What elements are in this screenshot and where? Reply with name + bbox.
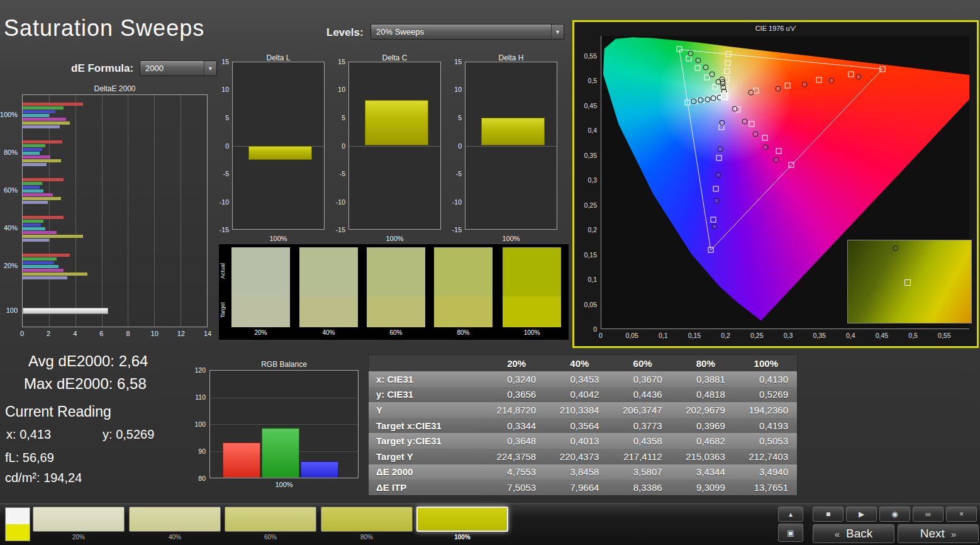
delta-l-plot [232,62,325,230]
play-button[interactable]: ▶ [846,507,877,522]
deltae2000-xaxis: 02468101214 [22,330,208,339]
deltae2000-x-tick-label: 6 [99,330,103,337]
table-row-label: x: CIE31 [369,374,482,385]
cie-measurement-marker [716,172,721,177]
back-button[interactable]: « Back [813,524,894,543]
delta-c-chart: Delta C 151050-5-10-15 100% [335,53,442,245]
continuous-button[interactable]: ∞ [913,507,944,522]
rgb-plot [209,370,359,478]
comparison-swatch [503,247,561,327]
cie-x-tick-label: 0,05 [625,332,638,339]
table-cell: 0,5053 [734,435,797,446]
table-row-label: ΔE ITP [369,482,482,493]
table-cell: 3,4940 [734,466,797,477]
pattern-swatch-label: 60% [225,534,316,541]
pattern-swatch-80%[interactable]: 80% [321,507,413,543]
avg-de2000-label: Avg dE2000: [28,352,114,369]
chevron-down-icon: ▼ [204,61,216,76]
deltae2000-x-tick-label: 0 [20,330,24,337]
delta-c-y-tick-label: 10 [338,86,345,93]
pattern-swatch-100%[interactable]: 100% [416,507,508,543]
cie-measurement-marker [748,89,754,95]
deltae2000-bar [23,163,47,166]
reading-y-value: 0,5269 [116,427,154,441]
table-cell: 0,3773 [608,420,671,431]
rgb-bar-green [262,428,299,478]
deltae2000-bar [23,178,64,181]
deltae2000-bar [23,220,43,223]
levels-dropdown-value: 20% Sweeps [371,27,551,37]
table-row: ΔE ITP7,50537,96648,33869,309913,7651 [369,480,797,495]
cie-target-marker [753,88,759,94]
cie-x-tick-label: 0,15 [688,332,701,339]
cie-measurement-marker [828,77,834,83]
table-header-row: 20%40%60%80%100% [369,355,797,371]
target-color-swatch [434,296,493,327]
chevron-down-icon: ▼ [551,25,564,39]
delta-h-y-tick-label: -10 [452,198,462,206]
max-de2000-label: Max dE2000: [24,375,113,392]
pattern-window-button[interactable]: ▣ [778,524,803,542]
pattern-swatch-40%[interactable]: 40% [129,507,221,543]
delta-h-chart: Delta H 151050-5-10-15 100% [451,53,558,245]
table-cell: 224,3758 [482,451,545,462]
rgb-y-tick-label: 100 [194,420,206,428]
rgb-y-tick-label: 120 [194,366,206,374]
deltae2000-bar [23,235,83,238]
deltae2000-bar [23,197,61,200]
deltae2000-bar [23,272,87,276]
avg-de2000-value: 2,64 [119,352,148,369]
table-row-label: ΔE 2000 [369,466,482,477]
pattern-swatch-color [33,507,125,532]
next-button[interactable]: Next » [898,524,979,543]
table-cell: 0,3344 [482,420,545,431]
rgb-y-tick-label: 90 [198,447,206,455]
rgb-bar-blue [301,461,338,478]
de-formula-dropdown[interactable]: 2000 ▼ [140,60,217,76]
rgb-balance-title: RGB Balance [209,360,359,369]
stop-button[interactable]: ■ [813,507,844,522]
reading-y: y: 0,5269 [103,427,154,442]
cie-zoom-inset [847,240,972,323]
cie-x-tick-label: 0,25 [750,332,763,339]
table-cell: 0,3670 [608,374,671,385]
deltae2000-bar [23,265,58,268]
meter-button[interactable]: ◉ [879,507,910,522]
pattern-swatch-20%[interactable]: 20% [33,507,125,543]
close-button[interactable]: × [946,507,977,522]
deltae2000-bar [23,125,60,128]
comparison-swatches: 20%40%60%80%100% [219,244,569,340]
cie-target-marker [713,84,718,90]
delta-c-y-tick-label: -10 [336,198,345,206]
delta-h-y-tick-label: -5 [456,170,462,177]
reading-cdm2: cd/m²: 194,24 [5,471,82,485]
pattern-swatch-60%[interactable]: 60% [225,507,316,543]
cie-target-marker [686,56,691,62]
deltae2000-gridline [181,95,181,327]
levels-dropdown[interactable]: 20% Sweeps ▼ [370,24,564,40]
comparison-swatch-label: 60% [367,329,425,336]
cie-target-marker [726,52,732,57]
table-row: Y214,8720210,3384206,3747202,9679194,236… [369,402,797,418]
delta-h-title: Delta H [465,53,557,62]
table-row: Target Y224,3758220,4373217,4112215,0363… [369,449,797,464]
delta-h-y-tick-label: 15 [454,58,462,65]
table-cell: 3,5807 [608,466,671,477]
expand-button[interactable]: ▴ [778,507,803,522]
table-column-header: 40% [545,358,608,369]
delta-c-y-tick-label: 15 [338,58,345,65]
cie-x-tick-label: 0,1 [659,332,668,339]
delta-c-y-tick-label: -5 [340,170,345,177]
table-row: ΔE 20004,75533,84583,58073,43443,4940 [369,464,797,480]
table-cell: 194,2360 [734,405,797,415]
rgb-gridline [210,398,358,398]
cie-target-marker [776,148,781,154]
deltae2000-x-tick-label: 8 [126,330,130,337]
table-cell: 0,4013 [545,435,608,446]
reading-x-label: x: [6,427,16,441]
comparison-swatch [367,247,425,327]
delta-c-y-tick-label: 5 [342,114,345,121]
table-cell: 217,4112 [608,451,671,462]
pattern-swatch-color [416,507,508,532]
target-point-icon [905,279,911,286]
